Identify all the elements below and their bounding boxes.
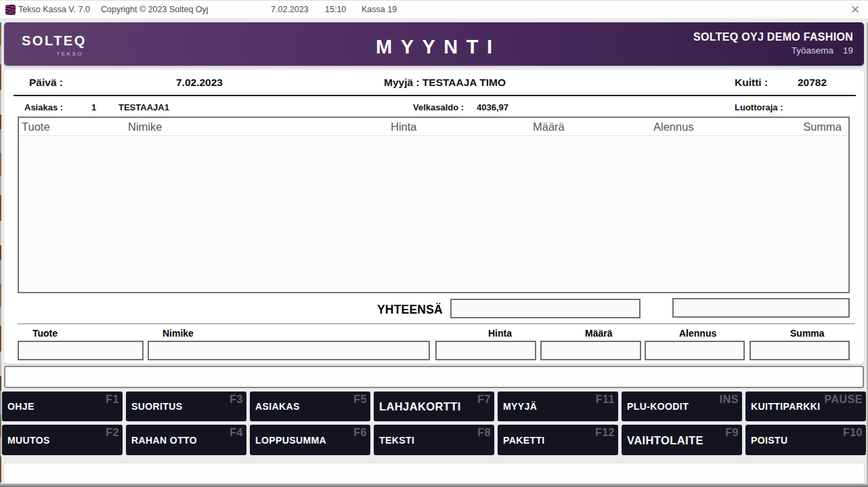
plu-koodit-button[interactable]: PLU-KOODITINS xyxy=(622,391,742,421)
col-header-alennus: Alennus xyxy=(653,121,694,133)
app-title: Tekso Kassa V. 7.0 xyxy=(18,5,90,14)
col-header-summa: Summa xyxy=(803,121,842,133)
quantity-input[interactable] xyxy=(540,341,641,360)
suoritus-button[interactable]: SUORITUSF3 xyxy=(126,391,246,421)
sale-panel: Päivä : 7.02.2023 Myyjä : TESTAAJA TIMO … xyxy=(4,70,864,364)
paketti-button[interactable]: PAKETTIF12 xyxy=(498,425,618,455)
titlebar-date: 7.02.2023 xyxy=(271,5,309,14)
receipt-value: 20782 xyxy=(798,77,827,89)
table-body xyxy=(19,136,848,292)
workstation-label: Työasema xyxy=(791,45,833,56)
form-label-tuote: Tuote xyxy=(32,328,58,339)
loppusumma-button[interactable]: LOPPUSUMMAF6 xyxy=(250,425,370,455)
receipt-label: Kuitti : xyxy=(735,77,768,89)
date-label: Päivä : xyxy=(29,77,63,89)
credit-limit-label: Luottoraja : xyxy=(735,102,783,112)
asiakas-button[interactable]: ASIAKASF5 xyxy=(250,391,370,421)
col-header-maara: Määrä xyxy=(533,121,565,133)
col-header-nimike: Nimike xyxy=(128,121,162,133)
name-input[interactable] xyxy=(148,341,430,360)
copyright-text: Copyright © 2023 Solteq Oyj xyxy=(101,5,209,14)
total-secondary-field[interactable] xyxy=(672,298,850,318)
total-field[interactable] xyxy=(450,299,641,318)
form-label-nimike: Nimike xyxy=(162,328,194,339)
window-bottom-edge xyxy=(0,484,868,487)
rahan-otto-button[interactable]: RAHAN OTTOF4 xyxy=(126,425,246,455)
form-label-maara: Määrä xyxy=(585,328,612,339)
price-input[interactable] xyxy=(435,341,536,360)
window-left-edge xyxy=(0,22,1,487)
status-bar xyxy=(4,463,864,484)
kuittiparkki-button[interactable]: KUITTIPARKKIPAUSE xyxy=(745,391,866,421)
total-label: YHTEENSÄ xyxy=(377,303,443,317)
app-window: Tekso Kassa V. 7.0 Copyright © 2023 Solt… xyxy=(0,0,868,487)
function-key-row-2: MUUTOSF2 RAHAN OTTOF4 LOPPUSUMMAF6 TEKST… xyxy=(2,425,866,455)
muutos-button[interactable]: MUUTOSF2 xyxy=(2,425,123,455)
product-input[interactable] xyxy=(18,341,144,360)
customer-number: 1 xyxy=(91,102,96,112)
ohje-button[interactable]: OHJEF1 xyxy=(2,391,123,421)
debt-label: Velkasaldo : xyxy=(413,102,464,112)
lahjakortti-button[interactable]: LAHJAKORTTIF7 xyxy=(374,391,494,421)
customer-label: Asiakas : xyxy=(24,102,63,112)
titlebar-register: Kassa 19 xyxy=(362,5,397,14)
discount-input[interactable] xyxy=(645,341,745,360)
date-value: 7.02.2023 xyxy=(176,77,223,89)
col-header-tuote: Tuote xyxy=(22,121,50,133)
close-icon[interactable]: ✕ xyxy=(849,4,861,16)
app-icon xyxy=(5,5,16,15)
col-header-hinta: Hinta xyxy=(391,121,417,133)
store-name: SOLTEQ OYJ DEMO FASHION xyxy=(693,31,853,43)
form-label-hinta: Hinta xyxy=(488,328,512,339)
form-label-alennus: Alennus xyxy=(679,328,716,339)
titlebar-time: 15:10 xyxy=(325,5,346,14)
line-items-table: Tuote Nimike Hinta Määrä Alennus Summa xyxy=(18,117,850,293)
workstation-info: Työasema 19 xyxy=(693,45,853,56)
myyja-button[interactable]: MYYJÄF11 xyxy=(498,391,618,421)
form-label-summa: Summa xyxy=(790,328,825,339)
sum-input[interactable] xyxy=(750,341,850,360)
poistu-button[interactable]: POISTUF10 xyxy=(745,425,866,455)
vaihtolaite-button[interactable]: VAIHTOLAITEF9 xyxy=(622,425,742,455)
title-bar: Tekso Kassa V. 7.0 Copyright © 2023 Solt… xyxy=(0,0,868,19)
teksti-button[interactable]: TEKSTIF8 xyxy=(374,425,494,455)
debt-value: 4036,97 xyxy=(477,102,508,112)
seller-info: Myyjä : TESTAAJA TIMO xyxy=(384,77,506,89)
customer-name: TESTAAJA1 xyxy=(118,102,169,112)
app-header: SOLTEQ TEKSO MYYNTI SOLTEQ OYJ DEMO FASH… xyxy=(4,22,864,66)
workstation-value: 19 xyxy=(843,45,853,56)
divider xyxy=(14,95,856,96)
command-input[interactable] xyxy=(4,366,864,388)
function-key-row-1: OHJEF1 SUORITUSF3 ASIAKASF5 LAHJAKORTTIF… xyxy=(2,391,866,421)
form-divider xyxy=(18,323,855,324)
